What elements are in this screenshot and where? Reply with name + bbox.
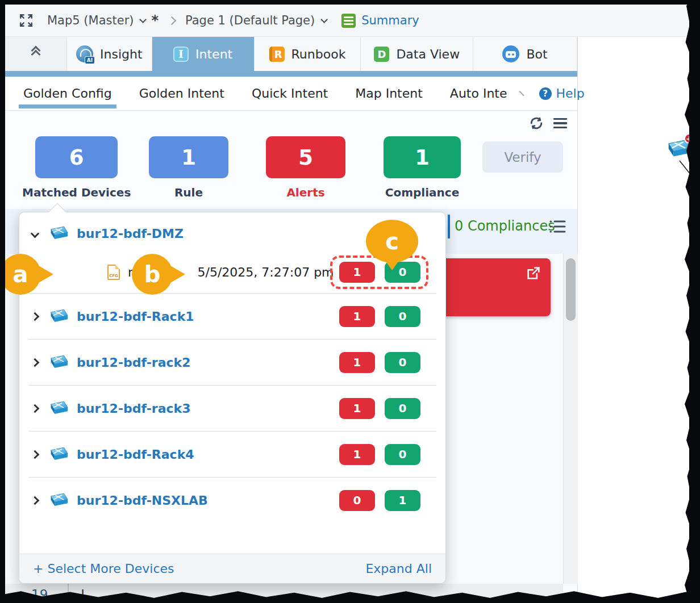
sub-tab-bar: Golden Config Golden Intent Quick Intent… xyxy=(5,77,577,111)
breadcrumb-separator-icon xyxy=(168,16,177,25)
compliance-badge[interactable]: 0 xyxy=(385,398,420,419)
stat-label: Alerts xyxy=(286,186,324,199)
device-name[interactable]: bur12-bdf-Rack4 xyxy=(77,447,194,462)
tab-label: Bot xyxy=(526,47,547,61)
device-group-row[interactable]: bur12-bdf-rack2 10 xyxy=(19,340,445,385)
tab-label: Intent xyxy=(195,47,232,61)
chevron-right-icon[interactable] xyxy=(31,450,40,459)
stat-value[interactable]: 1 xyxy=(149,136,228,178)
insight-icon: AI xyxy=(76,45,93,62)
screenshot-frame: Map5 (Master) * Page 1 (Default Page) Su… xyxy=(0,0,700,603)
stat-label: Compliance xyxy=(385,186,459,199)
intent-icon: I xyxy=(173,47,189,62)
tab-label: Insight xyxy=(100,47,143,61)
tab-data-view[interactable]: D Data View xyxy=(360,37,473,71)
chevron-right-icon[interactable] xyxy=(31,358,40,367)
expand-all-link[interactable]: Expand All xyxy=(365,562,432,576)
switch-icon xyxy=(47,446,69,463)
annotation-b: b xyxy=(132,254,173,295)
matched-devices-popup: bur12-bdf-DMZ CFG ntp 5/5/2025, 7:27:07 … xyxy=(19,212,446,584)
tab-runbook[interactable]: R Runbook xyxy=(254,37,361,71)
page-name[interactable]: Page 1 (Default Page) xyxy=(185,14,315,27)
stat-compliance[interactable]: 1 Compliance xyxy=(384,136,461,199)
device-name[interactable]: bur12-bdf-NSXLAB xyxy=(77,493,208,508)
subtab-map-intent[interactable]: Map Intent xyxy=(354,78,424,108)
alerts-badge[interactable]: 0 xyxy=(339,490,375,511)
stat-value[interactable]: 5 xyxy=(266,136,345,178)
device-name[interactable]: bur12-bdf-rack2 xyxy=(77,355,191,370)
compliance-badge[interactable]: 0 xyxy=(385,306,420,327)
summary-icon[interactable] xyxy=(341,14,356,28)
external-link-icon[interactable] xyxy=(526,265,541,281)
device-group-row[interactable]: bur12-bdf-rack3 10 xyxy=(19,386,445,431)
subtab-auto-intent[interactable]: Auto Inte xyxy=(449,78,509,108)
intent-badges: 1 0 xyxy=(339,262,420,283)
chevron-down-icon[interactable] xyxy=(31,229,40,238)
select-more-devices-link[interactable]: + Select More Devices xyxy=(33,562,174,576)
title-bar: Map5 (Master) * Page 1 (Default Page) Su… xyxy=(5,5,689,37)
switch-icon xyxy=(47,354,69,371)
menu-icon[interactable] xyxy=(553,118,567,129)
stat-value[interactable]: 6 xyxy=(35,136,118,178)
map-canvas[interactable]: + xyxy=(578,37,689,598)
data-view-icon: D xyxy=(374,47,389,62)
scrollbar-thumb[interactable] xyxy=(566,258,576,321)
switch-icon xyxy=(47,400,69,417)
subtab-golden-intent[interactable]: Golden Intent xyxy=(138,78,226,108)
switch-icon xyxy=(47,308,69,325)
compliance-badge[interactable]: 1 xyxy=(385,490,420,511)
stat-label: Rule xyxy=(174,186,203,199)
device-group-row[interactable]: bur12-bdf-NSXLAB 01 xyxy=(19,478,445,523)
device-list: bur12-bdf-DMZ CFG ntp 5/5/2025, 7:27:07 … xyxy=(19,212,445,554)
help-button[interactable]: ? Help xyxy=(539,86,585,101)
subtab-golden-config[interactable]: Golden Config xyxy=(22,78,113,108)
stat-alerts[interactable]: 5 Alerts xyxy=(266,136,345,199)
verify-button[interactable]: Verify xyxy=(482,141,563,173)
device-group-row[interactable]: bur12-bdf-Rack4 10 xyxy=(19,432,445,477)
stat-matched-devices[interactable]: 6 Matched Devices xyxy=(22,136,131,199)
switch-icon xyxy=(47,492,69,509)
tab-label: Data View xyxy=(396,47,460,61)
compliances-count: 0 Compliances xyxy=(455,218,555,234)
alerts-badge[interactable]: 1 xyxy=(339,306,375,327)
tab-intent[interactable]: I Intent xyxy=(152,37,254,71)
frame-edge-top xyxy=(0,0,700,5)
device-group-row[interactable]: bur12-bdf-Rack1 10 xyxy=(19,294,445,339)
collapse-panel-button[interactable] xyxy=(5,37,66,71)
help-icon: ? xyxy=(539,87,552,100)
chevron-right-icon[interactable] xyxy=(31,312,40,321)
alerts-badge[interactable]: 1 xyxy=(339,398,375,419)
alerts-badge[interactable]: 1 xyxy=(339,352,375,373)
chevron-right-icon[interactable] xyxy=(31,496,40,505)
chevron-right-icon[interactable] xyxy=(31,404,40,413)
subtab-quick-intent[interactable]: Quick Intent xyxy=(251,78,329,108)
popup-footer: + Select More Devices Expand All xyxy=(19,554,445,583)
fullscreen-icon[interactable] xyxy=(19,13,34,28)
device-name[interactable]: bur12-bdf-rack3 xyxy=(77,401,191,416)
map-dropdown-icon[interactable] xyxy=(140,16,147,23)
compliance-badge[interactable]: 0 xyxy=(385,352,420,373)
summary-link[interactable]: Summary xyxy=(361,14,419,27)
frame-edge-left xyxy=(0,0,5,603)
tab-bar: AI Insight I Intent R Runbook D Data Vie… xyxy=(5,37,577,71)
stat-value[interactable]: 1 xyxy=(384,136,461,178)
subtab-overflow-icon[interactable] xyxy=(519,91,524,96)
unsaved-indicator: * xyxy=(151,12,159,28)
refresh-icon[interactable] xyxy=(528,115,544,131)
runbook-icon: R xyxy=(269,47,285,62)
device-name[interactable]: bur12-bdf-DMZ xyxy=(77,227,184,241)
tab-bot[interactable]: Bot xyxy=(473,37,577,71)
tab-insight[interactable]: AI Insight xyxy=(66,37,152,71)
map-name[interactable]: Map5 (Master) xyxy=(47,14,134,27)
stats-bar: 6 Matched Devices 1 Rule 5 Alerts 1 Comp… xyxy=(5,111,577,209)
stat-rule[interactable]: 1 Rule xyxy=(149,136,228,199)
annotation-c: c xyxy=(366,220,418,263)
device-name[interactable]: bur12-bdf-Rack1 xyxy=(77,309,194,324)
alerts-badge[interactable]: 1 xyxy=(339,444,375,465)
page-dropdown-icon[interactable] xyxy=(320,16,328,23)
compliance-badge[interactable]: 0 xyxy=(385,444,420,465)
scrollbar[interactable] xyxy=(563,254,578,584)
bot-icon xyxy=(502,45,519,62)
list-view-icon[interactable] xyxy=(549,219,566,234)
tab-label: Runbook xyxy=(291,47,346,61)
